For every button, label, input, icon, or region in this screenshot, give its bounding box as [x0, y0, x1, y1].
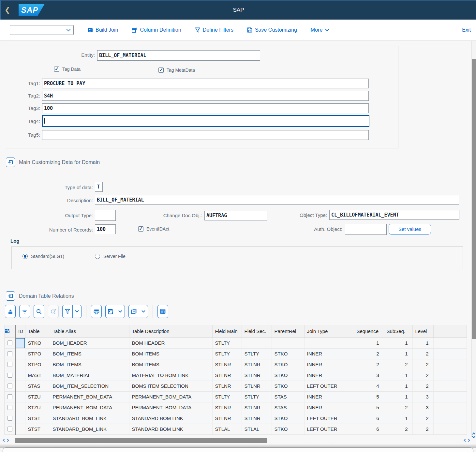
exit-button[interactable]: Exit [462, 27, 471, 33]
export-button[interactable] [106, 305, 116, 318]
object-type-input[interactable]: CL_BILLOFMATERIAL_EVENT [329, 210, 459, 220]
column-header-table[interactable]: Table [25, 325, 50, 338]
filter-button[interactable] [63, 305, 72, 318]
row-checkbox[interactable] [7, 373, 12, 378]
set-values-button[interactable]: Set values [389, 224, 431, 234]
selected-cell[interactable] [15, 338, 25, 348]
page-title: SAP [1, 7, 476, 13]
log-standard-radio[interactable]: Standard(SLG1) [22, 254, 64, 259]
table-row: STSTSTANDARD_BOM_LINKSTANDARD BOM LINKST… [5, 424, 467, 434]
cell-table-description: BOMS ITEM SELECTION [129, 381, 212, 391]
type-of-data-input[interactable]: T [95, 182, 103, 192]
column-header-table-alias[interactable]: Table Alias [50, 325, 129, 338]
hscroll-right-arrows[interactable] [464, 439, 470, 442]
cell-field-main: STLTY [212, 338, 242, 348]
hscroll-left-arrows[interactable] [3, 439, 9, 442]
tag1-input[interactable]: PROCURE TO PAY [42, 79, 369, 88]
column-definition-button[interactable]: Column Definition [132, 27, 181, 33]
cell-join-type: INNER [304, 402, 354, 413]
column-header-table-description[interactable]: Table Description [129, 325, 212, 338]
content-divider [0, 41, 476, 41]
build-join-button[interactable]: Build Join [87, 27, 118, 33]
column-header-parentrel[interactable]: ParentRel [272, 325, 304, 338]
auth-object-label: Auth. Object: [280, 224, 342, 234]
column-header-subseq-[interactable]: SubSeq. [384, 325, 412, 338]
vertical-scrollbar-thumb[interactable] [472, 59, 476, 339]
output-type-input[interactable] [95, 210, 116, 221]
row-select-cell[interactable] [5, 413, 15, 424]
build-join-icon [87, 28, 93, 33]
tag-data-checkbox[interactable]: Tag Data [54, 67, 81, 72]
filter-menu-button[interactable] [72, 305, 81, 318]
tag4-input[interactable] [42, 115, 369, 127]
row-select-cell[interactable] [5, 338, 15, 348]
row-checkbox[interactable] [7, 427, 12, 431]
chevron-down-icon [472, 436, 475, 438]
cell-join-type: LEFT OUTER [304, 381, 354, 391]
cell-level: 2 [412, 348, 433, 359]
variant-dropdown[interactable] [10, 25, 74, 35]
eventid-act-checkbox[interactable]: EventIDAct [138, 226, 169, 232]
row-select-cell[interactable] [5, 348, 15, 359]
auth-object-input[interactable] [345, 224, 387, 235]
select-all-header[interactable] [5, 325, 15, 338]
row-select-cell[interactable] [5, 391, 15, 402]
table-scroll-up-down[interactable] [472, 432, 475, 438]
row-select-cell[interactable] [5, 381, 15, 391]
change-doc-obj-input[interactable]: AUFTRAG [204, 211, 267, 220]
row-select-cell[interactable] [5, 402, 15, 413]
column-header-join-type[interactable]: Join Type [304, 325, 354, 338]
column-header-field-main[interactable]: Field Main [212, 325, 242, 338]
sort-ascending-button[interactable] [5, 305, 16, 318]
search-button[interactable] [34, 305, 44, 318]
views-split-button[interactable] [128, 305, 148, 318]
save-customizing-button[interactable]: Save Customizing [247, 27, 297, 33]
row-checkbox[interactable] [7, 416, 12, 421]
print-button[interactable] [91, 305, 102, 318]
cell-join-type: INNER [304, 348, 354, 359]
row-checkbox[interactable] [7, 362, 12, 367]
tag-metadata-checkbox[interactable]: Tag MetaData [158, 68, 195, 73]
row-select-cell[interactable] [5, 359, 15, 370]
log-server-file-radio[interactable]: Server File [95, 254, 126, 259]
section-title: Main Customizing Data for Domain [19, 159, 100, 165]
row-select-cell[interactable] [5, 424, 15, 434]
tag2-input[interactable]: S4H [42, 91, 369, 101]
export-menu-button[interactable] [116, 305, 125, 318]
row-checkbox[interactable] [7, 394, 12, 399]
filter-split-button[interactable] [62, 305, 82, 318]
column-header-field-sec-[interactable]: Field Sec. [242, 325, 272, 338]
column-header-sequence[interactable]: Sequence [354, 325, 384, 338]
export-split-button[interactable] [105, 305, 125, 318]
more-button[interactable]: More [311, 27, 329, 33]
tag3-input[interactable]: 100 [42, 103, 369, 113]
column-header-level[interactable]: Level [412, 325, 433, 338]
cell-table-description: BOM ITEMS [129, 348, 212, 359]
search-next-button[interactable] [48, 305, 59, 318]
row-checkbox[interactable] [7, 340, 12, 345]
column-header-id[interactable]: ID [15, 325, 25, 338]
section-node-icon[interactable] [6, 158, 15, 167]
cell-level: 2 [412, 359, 433, 370]
sort-descending-button[interactable] [19, 305, 30, 318]
table-settings-button[interactable] [157, 305, 168, 318]
row-checkbox[interactable] [7, 405, 12, 410]
cell-table: STPO [25, 348, 50, 359]
number-of-records-input[interactable]: 100 [95, 224, 116, 234]
description-input[interactable]: BILL_OF_MATERIAL [95, 195, 459, 205]
cell-sequence: 6 [354, 424, 384, 434]
horizontal-scrollbar-thumb[interactable] [15, 438, 267, 443]
cell-table: STZU [25, 391, 50, 402]
row-checkbox[interactable] [7, 351, 12, 356]
row-select-cell[interactable] [5, 370, 15, 381]
section-node-icon[interactable] [6, 291, 15, 301]
views-button[interactable] [129, 305, 139, 318]
cell-table-alias: BOM_ITEMS [50, 348, 129, 359]
tag5-input[interactable] [42, 130, 369, 140]
entity-input[interactable]: BILL_OF_MATERIAL [97, 50, 260, 61]
define-filters-button[interactable]: Define Filters [195, 27, 233, 33]
row-checkbox[interactable] [7, 384, 12, 388]
views-menu-button[interactable] [139, 305, 148, 318]
cell-parentrel [272, 338, 304, 348]
chevron-down-icon [66, 29, 71, 32]
